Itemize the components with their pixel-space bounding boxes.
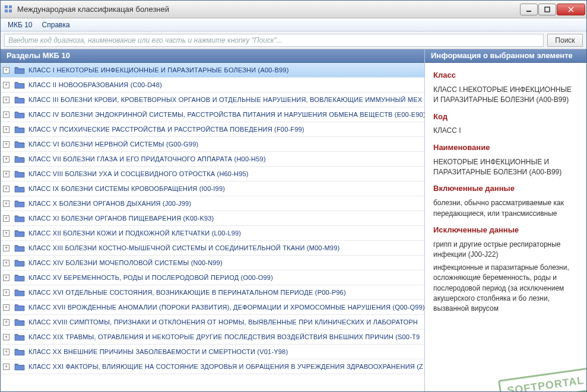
tree-row[interactable]: +КЛАСС XIX ТРАВМЫ, ОТРАВЛЕНИЯ И НЕКОТОРЫ… [1,330,424,345]
expand-icon[interactable]: + [3,230,9,237]
expand-icon[interactable]: + [3,97,9,103]
tree-row[interactable]: +КЛАСС II НОВООБРАЗОВАНИЯ (C00-D48) [1,78,424,93]
tree-row-label: КЛАСС IV БОЛЕЗНИ ЭНДОКРИННОЙ СИСТЕМЫ, РА… [28,111,424,118]
tree-row[interactable]: +КЛАСС I НЕКОТОРЫЕ ИНФЕКЦИОННЫЕ И ПАРАЗИ… [1,63,424,78]
expand-icon[interactable]: + [3,200,9,207]
expand-icon[interactable]: + [3,334,9,340]
info-class-value: КЛАСС I.НЕКОТОРЫЕ ИНФЕКЦИОННЫЕ И ПАРАЗИТ… [433,85,578,106]
tree-row[interactable]: +КЛАСС IV БОЛЕЗНИ ЭНДОКРИННОЙ СИСТЕМЫ, Р… [1,107,424,122]
search-button[interactable]: Поиск [547,34,583,47]
menu-help[interactable]: Справка [37,20,75,30]
tree-row[interactable]: +КЛАСС XXI ФАКТОРЫ, ВЛИЯЮЩИЕ НА СОСТОЯНИ… [1,359,424,374]
tree-row-label: КЛАСС III БОЛЕЗНИ КРОВИ, КРОВЕТВОРНЫХ ОР… [28,96,422,103]
tree-row[interactable]: +КЛАСС VI БОЛЕЗНИ НЕРВНОЙ СИСТЕМЫ (G00-G… [1,137,424,152]
tree-row[interactable]: +КЛАСС XVIII СИМПТОМЫ, ПРИЗНАКИ И ОТКЛОН… [1,315,424,330]
expand-icon[interactable]: + [3,186,9,192]
expand-icon[interactable]: + [3,111,9,118]
folder-icon [14,81,25,89]
search-input[interactable] [4,34,544,47]
tree-row-label: КЛАСС XX ВНЕШНИЕ ПРИЧИНЫ ЗАБОЛЕВАЕМОСТИ … [28,348,288,355]
expand-icon[interactable]: + [3,289,9,296]
expand-icon[interactable]: + [3,215,9,222]
tree-row[interactable]: +КЛАСС XVII ВРОЖДЕННЫЕ АНОМАЛИИ (ПОРОКИ … [1,300,424,315]
menu-mkb10[interactable]: МКБ 10 [3,20,37,30]
svg-rect-2 [5,9,8,12]
tree-row[interactable]: +КЛАСС XIII БОЛЕЗНИ КОСТНО-МЫШЕЧНОЙ СИСТ… [1,241,424,256]
expand-icon[interactable]: + [3,126,9,133]
svg-rect-0 [5,5,8,8]
expand-icon[interactable]: + [3,141,9,148]
expand-icon[interactable]: + [3,275,9,281]
window-title: Международная классификацая болезней [17,5,520,14]
folder-icon [14,155,25,163]
close-button[interactable] [557,4,585,15]
expand-icon[interactable]: + [3,245,9,251]
tree-row-label: КЛАСС I НЕКОТОРЫЕ ИНФЕКЦИОННЫЕ И ПАРАЗИТ… [28,66,289,74]
watermark: SOFTPORTAL [498,367,586,391]
folder-icon [14,66,25,74]
expand-icon[interactable]: + [3,82,9,88]
tree-row[interactable]: +КЛАСС XII БОЛЕЗНИ КОЖИ И ПОДКОЖНОЙ КЛЕТ… [1,226,424,241]
tree-row[interactable]: +КЛАСС X БОЛЕЗНИ ОРГАНОВ ДЫХАНИЯ (J00-J9… [1,196,424,211]
folder-icon [14,140,25,148]
folder-icon [14,95,25,104]
expand-icon[interactable]: + [3,156,9,162]
tree-row-label: КЛАСС XVIII СИМПТОМЫ, ПРИЗНАКИ И ОТКЛОНЕ… [28,318,418,326]
tree-row-label: КЛАСС XIX ТРАВМЫ, ОТРАВЛЕНИЯ И НЕКОТОРЫЕ… [28,333,420,340]
right-panel-header: Информация о выбранном элементе [425,49,586,63]
maximize-button[interactable] [538,4,556,15]
app-icon [4,5,14,14]
tree-row-label: КЛАСС V ПСИХИЧЕСКИЕ РАССТРОЙСТВА И РАССТ… [28,126,304,133]
tree-row[interactable]: +КЛАСС VIII БОЛЕЗНИ УХА И СОСЦЕВИДНОГО О… [1,167,424,181]
tree-row[interactable]: +КЛАСС III БОЛЕЗНИ КРОВИ, КРОВЕТВОРНЫХ О… [1,93,424,107]
info-excluded-label: Исключенные данные [433,225,578,236]
info-name-label: Наименование [433,142,578,154]
content: Разделы МКБ 10 +КЛАСС I НЕКОТОРЫЕ ИНФЕКЦ… [1,49,586,391]
tree-row-label: КЛАСС II НОВООБРАЗОВАНИЯ (C00-D48) [28,81,162,88]
folder-icon [14,303,25,311]
tree-row[interactable]: +КЛАСС XVI ОТДЕЛЬНЫЕ СОСТОЯНИЯ, ВОЗНИКАЮ… [1,285,424,300]
expand-icon[interactable]: + [3,67,9,74]
app-window: Международная классификацая болезней МКБ… [0,0,587,392]
folder-icon [14,110,25,119]
tree-row[interactable]: +КЛАСС IX БОЛЕЗНИ СИСТЕМЫ КРОВООБРАЩЕНИЯ… [1,181,424,196]
left-panel: Разделы МКБ 10 +КЛАСС I НЕКОТОРЫЕ ИНФЕКЦ… [1,49,425,391]
left-panel-header: Разделы МКБ 10 [1,49,424,63]
svg-rect-1 [9,5,12,8]
info-name-value: НЕКОТОРЫЕ ИНФЕКЦИОННЫЕ И ПАРАЗИТАРНЫЕ БО… [433,157,578,178]
info-body: Класс КЛАСС I.НЕКОТОРЫЕ ИНФЕКЦИОННЫЕ И П… [425,63,586,391]
folder-icon [14,362,25,371]
folder-icon [14,348,25,356]
tree-row-label: КЛАСС XVII ВРОЖДЕННЫЕ АНОМАЛИИ (ПОРОКИ Р… [28,304,424,311]
titlebar: Международная классификацая болезней [1,1,586,18]
info-excluded-value1: грипп и другие острые респираторные инфе… [433,240,578,260]
tree-row-label: КЛАСС VIII БОЛЕЗНИ УХА И СОСЦЕВИДНОГО ОТ… [28,170,249,177]
tree-row[interactable]: +КЛАСС XV БЕРЕМЕННОСТЬ, РОДЫ И ПОСЛЕРОДО… [1,270,424,285]
expand-icon[interactable]: + [3,349,9,355]
tree-row[interactable]: +КЛАСС XI БОЛЕЗНИ ОРГАНОВ ПИЩЕВАРЕНИЯ (K… [1,211,424,226]
info-excluded-value2: инфекционные и паразитарные болезни, осл… [433,263,578,314]
tree-row-label: КЛАСС X БОЛЕЗНИ ОРГАНОВ ДЫХАНИЯ (J00-J99… [28,200,191,207]
expand-icon[interactable]: + [3,171,9,177]
info-included-label: Включенные данные [433,183,578,195]
folder-icon [14,184,25,193]
tree-row[interactable]: +КЛАСС XX ВНЕШНИЕ ПРИЧИНЫ ЗАБОЛЕВАЕМОСТИ… [1,345,424,359]
svg-rect-3 [9,9,12,12]
expand-icon[interactable]: + [3,319,9,326]
menubar: МКБ 10 Справка [1,18,586,31]
info-code-value: КЛАСС I [433,126,578,136]
tree-row[interactable]: +КЛАСС VII БОЛЕЗНИ ГЛАЗА И ЕГО ПРИДАТОЧН… [1,152,424,167]
folder-icon [14,199,25,208]
tree-view[interactable]: +КЛАСС I НЕКОТОРЫЕ ИНФЕКЦИОННЫЕ И ПАРАЗИ… [1,63,424,391]
tree-row-label: КЛАСС XI БОЛЕЗНИ ОРГАНОВ ПИЩЕВАРЕНИЯ (K0… [28,215,214,222]
expand-icon[interactable]: + [3,364,9,370]
tree-row[interactable]: +КЛАСС XIV БОЛЕЗНИ МОЧЕПОЛОВОЙ СИСТЕМЫ (… [1,256,424,270]
info-class-label: Класс [433,70,578,81]
expand-icon[interactable]: + [3,260,9,266]
minimize-button[interactable] [520,4,538,15]
window-buttons [520,4,585,15]
expand-icon[interactable]: + [3,304,9,311]
tree-row[interactable]: +КЛАСС V ПСИХИЧЕСКИЕ РАССТРОЙСТВА И РАСС… [1,122,424,137]
tree-row-label: КЛАСС XII БОЛЕЗНИ КОЖИ И ПОДКОЖНОЙ КЛЕТЧ… [28,230,241,237]
folder-icon [14,244,25,252]
